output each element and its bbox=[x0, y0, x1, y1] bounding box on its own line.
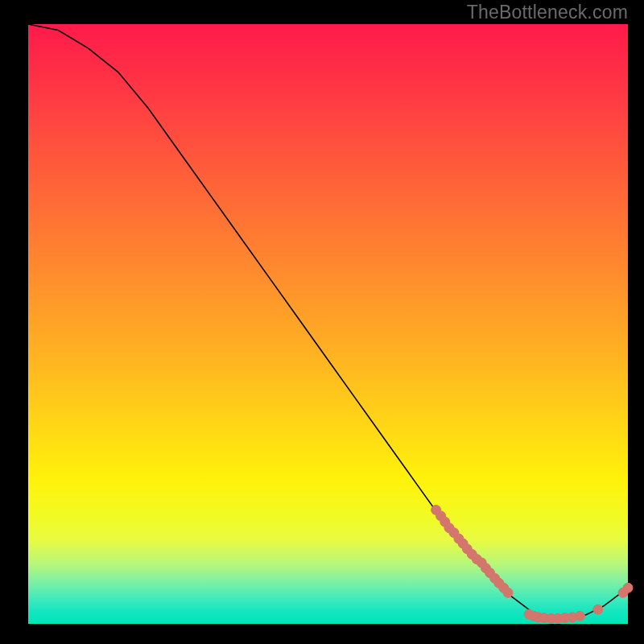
watermark-text: TheBottleneck.com bbox=[467, 2, 628, 23]
plot-area bbox=[28, 24, 628, 624]
chart-overlay bbox=[28, 24, 628, 624]
data-dot bbox=[593, 605, 603, 614]
chart-frame: TheBottleneck.com bbox=[0, 0, 644, 644]
data-dot bbox=[575, 611, 584, 621]
data-dots bbox=[431, 505, 633, 623]
data-dot bbox=[623, 583, 633, 592]
bottleneck-curve bbox=[28, 24, 628, 618]
data-dot bbox=[503, 588, 513, 597]
